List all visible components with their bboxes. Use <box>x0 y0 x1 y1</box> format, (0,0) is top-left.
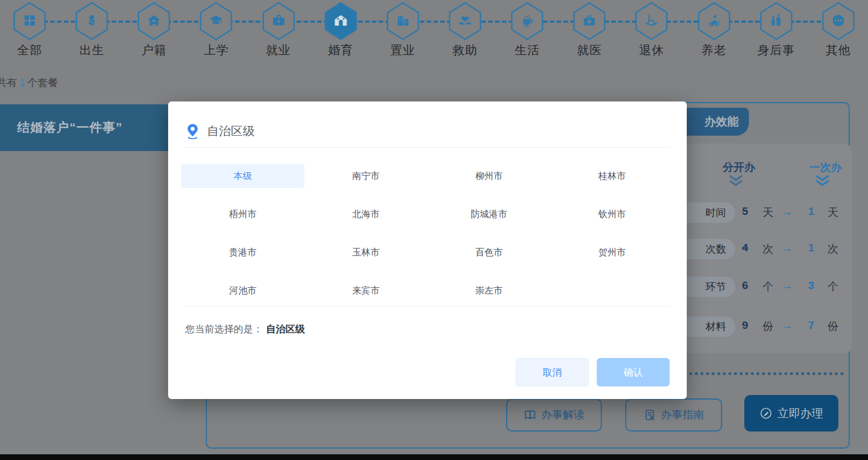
baby-icon <box>73 1 111 41</box>
handle-now-button[interactable]: 立即办理 <box>744 395 838 431</box>
nav-item-4[interactable]: 上学 <box>190 1 242 60</box>
arrow-right-icon: → <box>781 241 793 255</box>
arrow-right-icon: → <box>781 279 793 292</box>
dialog-divider <box>185 147 670 148</box>
current-selection-label: 您当前选择的是： <box>185 324 263 335</box>
nav-item-1[interactable]: 全部 <box>3 1 56 60</box>
page: 全部出生户籍上学就业婚育置业救助生活就医退休养老身后事其他 共有1个套餐 结婚落… <box>0 0 868 460</box>
stat-old-value: 9 <box>742 319 748 332</box>
service-explain-button[interactable]: 办事解读 <box>506 398 602 431</box>
nav-item-6[interactable]: 婚育 <box>315 1 367 60</box>
stat-old-value: 5 <box>742 205 748 218</box>
city-option-5[interactable]: 梧州市 <box>181 202 304 226</box>
nav-item-label: 救助 <box>453 42 478 58</box>
stat-unit: 份 <box>763 319 773 334</box>
house-user-icon <box>135 1 173 41</box>
stat-new-value: 3 <box>808 279 814 292</box>
nav-item-label: 退休 <box>639 42 664 58</box>
nav-item-label: 全部 <box>17 42 42 58</box>
nav-item-label: 身后事 <box>757 42 795 58</box>
medkit-icon <box>570 1 608 41</box>
city-option-8[interactable]: 钦州市 <box>551 202 674 226</box>
nav-item-label: 就业 <box>266 42 291 58</box>
handle-now-label: 立即办理 <box>777 406 823 421</box>
city-option-1[interactable]: 本级 <box>181 164 304 188</box>
nav-item-label: 上学 <box>203 42 229 58</box>
package-list-item-selected[interactable]: 结婚落户“一件事” <box>0 104 169 151</box>
nav-item-12[interactable]: 养老 <box>688 1 740 60</box>
stat-new-value: 1 <box>808 242 814 254</box>
current-selection-text: 您当前选择的是：自治区级 <box>185 323 305 336</box>
stat-new-value: 1 <box>808 205 814 218</box>
city-option-10[interactable]: 玉林市 <box>304 241 427 264</box>
stat-unit: 个 <box>763 279 773 294</box>
buildings-icon <box>384 1 422 41</box>
nav-item-5[interactable]: 就业 <box>252 1 305 60</box>
city-option-6[interactable]: 北海市 <box>304 202 427 226</box>
nav-item-2[interactable]: 出生 <box>66 1 118 60</box>
current-selection-value: 自治区级 <box>266 324 305 335</box>
nav-item-label: 就医 <box>577 42 602 58</box>
dialog-title: 自治区级 <box>207 123 255 139</box>
grid-icon <box>11 1 48 41</box>
stat-unit: 次 <box>828 242 838 257</box>
column-header-once: 一次办 <box>809 160 842 175</box>
nav-item-3[interactable]: 户籍 <box>128 1 180 60</box>
nav-item-11[interactable]: 退休 <box>625 1 678 60</box>
nav-item-8[interactable]: 救助 <box>439 1 491 60</box>
dotted-separator <box>673 372 843 375</box>
city-option-grid: 本级南宁市柳州市桂林市梧州市北海市防城港市钦州市贵港市玉林市百色市贺州市河池市来… <box>181 164 674 303</box>
city-option-13[interactable]: 河池市 <box>181 279 304 303</box>
city-option-12[interactable]: 贺州市 <box>551 241 674 264</box>
book-icon <box>524 409 536 421</box>
nav-item-label: 置业 <box>390 42 415 58</box>
city-option-11[interactable]: 百色市 <box>427 241 551 264</box>
city-option-9[interactable]: 贵港市 <box>181 241 304 264</box>
rocking-chair-icon <box>633 1 670 41</box>
service-guide-button[interactable]: 办事指南 <box>625 398 722 431</box>
nav-item-label: 出生 <box>79 42 104 58</box>
nav-item-10[interactable]: 就医 <box>563 1 616 60</box>
chevron-double-down-icon <box>814 174 830 187</box>
stat-unit: 次 <box>763 242 773 257</box>
city-option-15[interactable]: 崇左市 <box>427 279 551 303</box>
stat-unit: 天 <box>828 205 838 220</box>
location-pin-icon <box>185 123 200 139</box>
confirm-button[interactable]: 确认 <box>597 358 670 386</box>
candles-icon <box>757 1 795 41</box>
briefcase-icon <box>260 1 298 41</box>
nav-item-label: 婚育 <box>328 42 353 58</box>
city-option-2[interactable]: 南宁市 <box>304 164 427 188</box>
city-option-7[interactable]: 防城港市 <box>427 202 551 226</box>
service-explain-label: 办事解读 <box>541 408 585 422</box>
city-option-14[interactable]: 来宾市 <box>304 279 427 303</box>
stat-old-value: 6 <box>742 279 748 292</box>
stat-unit: 个 <box>828 279 838 294</box>
nav-item-7[interactable]: 置业 <box>377 1 429 60</box>
stat-unit: 份 <box>828 319 838 334</box>
edit-icon <box>760 407 772 420</box>
package-title: 结婚落户“一件事” <box>17 119 123 136</box>
nav-item-9[interactable]: 生活 <box>501 1 553 60</box>
city-option-3[interactable]: 柳州市 <box>427 164 551 188</box>
elder-cane-icon <box>695 1 733 41</box>
nav-item-label: 养老 <box>702 42 727 58</box>
nav-item-13[interactable]: 身后事 <box>750 1 802 60</box>
category-nav: 全部出生户籍上学就业婚育置业救助生活就医退休养老身后事其他 <box>0 1 868 60</box>
city-option-4[interactable]: 桂林市 <box>551 164 674 188</box>
document-icon <box>643 409 656 421</box>
coffee-icon <box>508 1 546 41</box>
nav-item-label: 生活 <box>515 42 540 58</box>
family-home-icon <box>322 1 360 41</box>
package-count-prefix: 共有 <box>0 77 17 88</box>
nav-item-14[interactable]: 其他 <box>812 1 865 60</box>
region-select-dialog: 自治区级 本级南宁市柳州市桂林市梧州市北海市防城港市钦州市贵港市玉林市百色市贺州… <box>168 101 687 399</box>
package-count-number: 1 <box>17 77 27 88</box>
grad-cap-icon <box>197 1 235 41</box>
package-count-text: 共有1个套餐 <box>0 76 58 89</box>
service-guide-label: 办事指南 <box>661 408 704 422</box>
dialog-divider <box>185 306 670 307</box>
cancel-button[interactable]: 取消 <box>516 358 589 386</box>
bottom-black-bar <box>0 454 868 460</box>
arrow-right-icon: → <box>781 319 793 332</box>
